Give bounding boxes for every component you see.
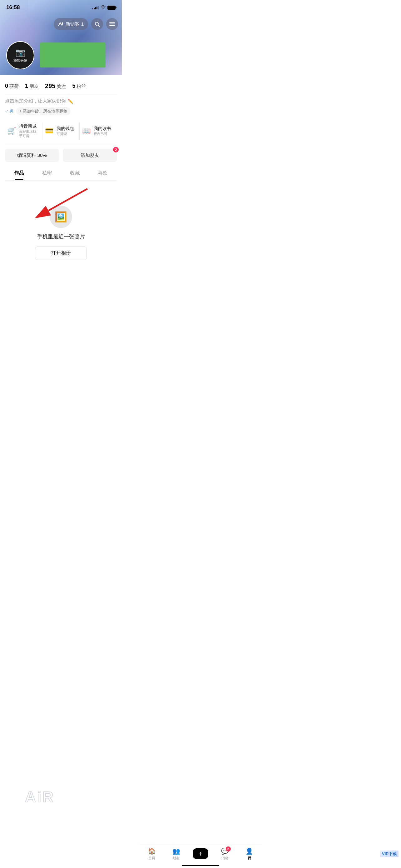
status-bar: 16:58	[0, 0, 122, 13]
shop-info: 抖音商城 美好生活触手可得	[19, 123, 40, 138]
status-icons	[92, 5, 115, 10]
friends-count: 1	[25, 83, 28, 89]
following-label: 关注	[57, 84, 66, 90]
open-album-button[interactable]: 打开相册	[35, 247, 87, 260]
reading-name: 我的读书	[94, 126, 111, 131]
stat-following[interactable]: 295 关注	[45, 83, 66, 90]
bio-text[interactable]: 点击添加介绍，让大家认识你 ✏️	[5, 98, 117, 104]
signal-icon	[92, 6, 99, 9]
main-content: 0 获赞 1 朋友 295 关注 5 粉丝 点击添加介绍，让大家认识你 ✏️	[0, 75, 122, 316]
add-tag-button[interactable]: + 添加年龄、所在地等标签	[16, 107, 71, 115]
tab-private[interactable]: 私密	[33, 166, 61, 180]
tags-row: ♂ 男 + 添加年龄、所在地等标签	[5, 107, 117, 115]
empty-state: 🖼️ 手机里最近一张照片 打开相册	[5, 181, 117, 279]
stat-followers[interactable]: 5 粉丝	[72, 83, 86, 89]
edit-pencil-icon: ✏️	[68, 99, 73, 104]
empty-title: 手机里最近一张照片	[37, 233, 85, 240]
svg-line-3	[98, 25, 100, 27]
likes-label: 获赞	[9, 84, 19, 89]
search-button[interactable]	[91, 18, 103, 30]
service-card-wallet[interactable]: 💳 我的钱包 可提现	[42, 122, 80, 140]
avatar-label: 添加头像	[13, 58, 27, 63]
wallet-desc: 可提现	[57, 131, 74, 136]
shop-desc: 美好生活触手可得	[19, 129, 40, 138]
wifi-icon	[101, 5, 106, 10]
visitor-label: 新访客 1	[66, 21, 84, 27]
followers-count: 5	[72, 83, 75, 89]
reading-icon: 📖	[82, 127, 91, 135]
add-friend-badge: 2	[113, 147, 119, 153]
gallery-icon: 🖼️	[55, 211, 67, 223]
tab-favorites-label: 收藏	[70, 170, 80, 176]
bio-placeholder: 点击添加介绍，让大家认识你	[5, 98, 66, 104]
add-friend-label: 添加朋友	[80, 153, 99, 158]
open-album-label: 打开相册	[51, 250, 71, 256]
tab-favorites[interactable]: 收藏	[61, 166, 89, 180]
camera-icon: 📷	[15, 48, 25, 58]
reading-info: 我的读书 仅自己可	[94, 126, 111, 136]
avatar[interactable]: 📷 添加头像	[6, 41, 34, 69]
bio-section: 点击添加介绍，让大家认识你 ✏️ ♂ 男 + 添加年龄、所在地等标签	[5, 94, 117, 118]
banner-placeholder	[40, 42, 106, 67]
friends-label: 朋友	[29, 84, 39, 89]
svg-point-1	[62, 23, 63, 24]
edit-profile-button[interactable]: 编辑资料 30%	[5, 149, 59, 162]
likes-count: 0	[5, 83, 8, 89]
following-count: 295	[45, 83, 55, 90]
edit-profile-label: 编辑资料 30%	[17, 153, 46, 158]
stat-likes: 0 获赞	[5, 83, 19, 89]
visitor-button[interactable]: 新访客 1	[54, 18, 88, 30]
add-tag-label: + 添加年龄、所在地等标签	[20, 108, 67, 114]
action-buttons: 编辑资料 30% 添加朋友 2	[5, 144, 117, 162]
tab-likes[interactable]: 喜欢	[89, 166, 117, 180]
add-friend-button[interactable]: 添加朋友 2	[63, 149, 117, 162]
gender-label: 男	[9, 108, 14, 114]
tab-works-label: 作品	[14, 170, 24, 176]
wallet-info: 我的钱包 可提现	[57, 126, 74, 136]
service-card-reading[interactable]: 📖 我的读书 仅自己可	[80, 122, 117, 140]
followers-label: 粉丝	[76, 84, 86, 89]
gender-tag: ♂ 男	[5, 108, 14, 114]
tab-likes-label: 喜欢	[98, 170, 108, 176]
menu-button[interactable]	[106, 18, 118, 30]
stats-row: 0 获赞 1 朋友 295 关注 5 粉丝	[5, 80, 117, 94]
service-card-shop[interactable]: 🛒 抖音商城 美好生活触手可得	[5, 122, 42, 140]
status-time: 16:58	[6, 4, 20, 11]
shop-name: 抖音商城	[19, 123, 40, 129]
svg-rect-5	[109, 24, 115, 25]
empty-icon-background: 🖼️	[49, 206, 72, 228]
gender-icon: ♂	[5, 109, 8, 114]
service-cards: 🛒 抖音商城 美好生活触手可得 💳 我的钱包 可提现 📖 我的读书 仅自己可	[5, 118, 117, 144]
battery-icon	[107, 6, 115, 10]
wallet-icon: 💳	[45, 127, 54, 135]
header-actions: 新访客 1	[54, 18, 118, 30]
svg-rect-4	[109, 22, 115, 23]
stat-friends[interactable]: 1 朋友	[25, 83, 39, 89]
svg-rect-6	[109, 25, 115, 26]
tab-works[interactable]: 作品	[5, 166, 33, 180]
wallet-name: 我的钱包	[57, 126, 74, 131]
svg-point-2	[95, 22, 98, 25]
reading-desc: 仅自己可	[94, 131, 111, 136]
tab-private-label: 私密	[42, 170, 52, 176]
profile-header: 16:58	[0, 0, 122, 75]
tabs-row: 作品 私密 收藏 喜欢	[5, 166, 117, 181]
shop-icon: 🛒	[7, 127, 16, 135]
